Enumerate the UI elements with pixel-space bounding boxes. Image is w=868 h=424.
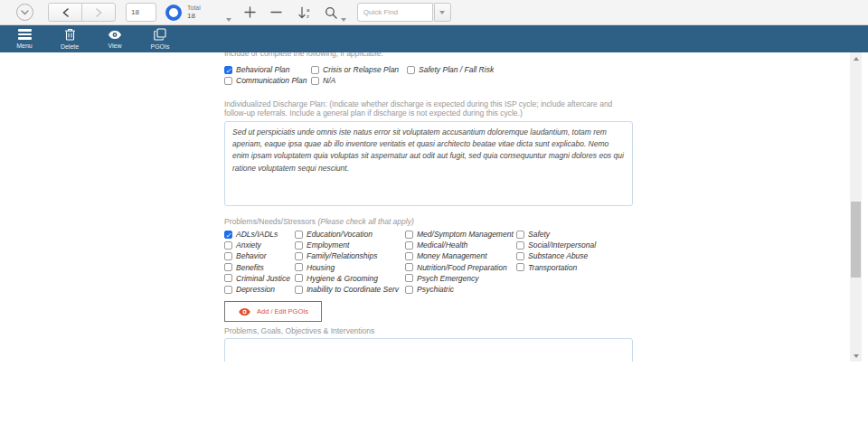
next-record-button[interactable] bbox=[81, 3, 116, 22]
checkbox-unchecked-icon[interactable] bbox=[224, 286, 232, 294]
checkbox-option-family-relationships[interactable]: Family/Relationships bbox=[295, 250, 405, 261]
checkbox-label: Employment bbox=[307, 240, 349, 250]
menubar-item-menu[interactable]: Menu bbox=[2, 25, 47, 52]
checkbox-unchecked-icon[interactable] bbox=[516, 263, 524, 271]
checkbox-unchecked-icon[interactable] bbox=[311, 66, 319, 74]
checkbox-unchecked-icon[interactable] bbox=[405, 231, 413, 239]
checkbox-option-transportation[interactable]: Transportation bbox=[516, 262, 633, 273]
checkbox-unchecked-icon[interactable] bbox=[295, 286, 303, 294]
menubar-item-delete[interactable]: Delete bbox=[47, 25, 92, 52]
scrollbar-thumb[interactable] bbox=[851, 202, 861, 278]
checkbox-label: Psych Emergency bbox=[417, 274, 479, 283]
chevron-left-icon bbox=[62, 8, 69, 17]
add-record-button[interactable] bbox=[244, 6, 256, 18]
checkbox-checked-icon[interactable]: ✓ bbox=[224, 231, 232, 239]
menubar-item-label: View bbox=[108, 42, 121, 49]
checkbox-option-housing[interactable]: Housing bbox=[295, 262, 405, 273]
checkbox-unchecked-icon[interactable] bbox=[224, 274, 232, 282]
checkbox-label: Family/Relationships bbox=[307, 251, 377, 260]
checkbox-label: Crisis or Relapse Plan bbox=[323, 65, 399, 74]
sort-button[interactable]: a z bbox=[297, 6, 312, 19]
checkbox-option-psychiatric[interactable]: Psychiatric bbox=[405, 284, 516, 295]
checkbox-option-nutrition-food-preparation[interactable]: Nutrition/Food Preparation bbox=[405, 262, 516, 273]
checkbox-unchecked-icon[interactable] bbox=[295, 274, 303, 282]
checkbox-unchecked-icon[interactable] bbox=[295, 263, 303, 271]
remove-record-button[interactable] bbox=[270, 6, 282, 18]
checkbox-option-med-symptom-management[interactable]: Med/Symptom Management bbox=[405, 229, 516, 240]
checkbox-label: Psychiatric bbox=[417, 285, 454, 294]
checkbox-unchecked-icon[interactable] bbox=[405, 286, 413, 294]
checkbox-label: Behavioral Plan bbox=[236, 65, 290, 74]
checkbox-option-n-a[interactable]: N/A bbox=[311, 75, 407, 86]
checkbox-unchecked-icon[interactable] bbox=[516, 231, 524, 239]
checkbox-option-behavior[interactable]: Behavior bbox=[224, 250, 295, 261]
checkbox-unchecked-icon[interactable] bbox=[295, 231, 303, 239]
checkbox-unchecked-icon[interactable] bbox=[405, 274, 413, 282]
checkbox-option-safety-plan-fall-risk[interactable]: Safety Plan / Fall Risk bbox=[407, 64, 633, 75]
checkbox-option-substance-abuse[interactable]: Substance Abuse bbox=[516, 250, 633, 261]
checkbox-option-depression[interactable]: Depression bbox=[224, 284, 295, 295]
checkbox-unchecked-icon[interactable] bbox=[311, 77, 319, 85]
checkbox-label: Criminal Justice bbox=[236, 274, 290, 283]
scroll-down-button[interactable] bbox=[850, 350, 862, 362]
triangle-up-icon bbox=[854, 57, 859, 61]
search-dropdown-caret-icon[interactable] bbox=[341, 18, 346, 22]
checkbox-unchecked-icon[interactable] bbox=[224, 241, 232, 250]
plus-icon bbox=[244, 6, 256, 18]
pgoi-section-label: Problems, Goals, Objectives & Interventi… bbox=[224, 326, 633, 335]
checkbox-option-psych-emergency[interactable]: Psych Emergency bbox=[405, 273, 516, 284]
menubar-item-pgois[interactable]: PGOIs bbox=[137, 25, 183, 52]
checkbox-label: Communication Plan bbox=[236, 76, 307, 85]
record-total-group[interactable]: Total 18 bbox=[165, 5, 201, 21]
checkbox-option-communication-plan[interactable]: Communication Plan bbox=[224, 75, 311, 86]
checkbox-option-safety[interactable]: Safety bbox=[516, 229, 633, 240]
checkbox-unchecked-icon[interactable] bbox=[224, 252, 232, 260]
menubar-item-label: Delete bbox=[61, 43, 79, 50]
add-edit-pgois-button[interactable]: Add / Edit PGOIs bbox=[224, 301, 322, 322]
vertical-scrollbar[interactable] bbox=[850, 52, 862, 362]
discharge-plan-textarea[interactable]: Sed ut perspiciatis unde omnis iste natu… bbox=[224, 121, 633, 206]
scroll-up-button[interactable] bbox=[850, 52, 862, 64]
checkbox-option-benefits[interactable]: Benefits bbox=[224, 262, 295, 273]
checkbox-option-adls-iadls[interactable]: ✓ADLs/IADLs bbox=[224, 229, 295, 240]
checkbox-unchecked-icon[interactable] bbox=[407, 66, 415, 74]
quick-find-input[interactable] bbox=[357, 3, 433, 22]
menubar-item-label: PGOIs bbox=[150, 43, 169, 50]
checkbox-option-employment[interactable]: Employment bbox=[295, 240, 405, 250]
checkbox-unchecked-icon[interactable] bbox=[405, 252, 413, 260]
checkbox-option-medical-health[interactable]: Medical/Health bbox=[405, 240, 516, 250]
menubar-item-view[interactable]: View bbox=[92, 25, 137, 52]
quick-find-dropdown-button[interactable] bbox=[434, 3, 451, 22]
checkbox-unchecked-icon[interactable] bbox=[405, 263, 413, 271]
total-dropdown-caret-icon[interactable] bbox=[226, 18, 231, 22]
collapse-toolbar-button[interactable] bbox=[16, 4, 33, 21]
checkbox-label: Inability to Coordinate Serv bbox=[307, 285, 399, 294]
checkbox-option-money-management[interactable]: Money Management bbox=[405, 250, 516, 261]
checkbox-option-education-vocation[interactable]: Education/Vocation bbox=[295, 229, 405, 240]
checkbox-unchecked-icon[interactable] bbox=[516, 241, 524, 250]
checkbox-label: ADLs/IADLs bbox=[236, 230, 278, 239]
checkbox-unchecked-icon[interactable] bbox=[405, 241, 413, 250]
checkbox-option-behavioral-plan[interactable]: ✓Behavioral Plan bbox=[224, 64, 311, 75]
chevron-right-icon bbox=[96, 8, 102, 17]
checkbox-option-anxiety[interactable]: Anxiety bbox=[224, 240, 295, 250]
checkbox-checked-icon[interactable]: ✓ bbox=[224, 66, 232, 74]
checkbox-label: Anxiety bbox=[236, 240, 261, 250]
checkbox-unchecked-icon[interactable] bbox=[295, 252, 303, 260]
checkbox-unchecked-icon[interactable] bbox=[224, 77, 232, 85]
pgoi-textarea[interactable] bbox=[224, 338, 633, 362]
previous-record-button[interactable] bbox=[48, 3, 82, 22]
copies-icon bbox=[154, 28, 166, 41]
record-nav-group bbox=[48, 3, 116, 22]
checkbox-option-inability-to-coordinate-serv[interactable]: Inability to Coordinate Serv bbox=[295, 284, 405, 295]
search-button[interactable] bbox=[325, 6, 337, 19]
checkbox-option-criminal-justice[interactable]: Criminal Justice bbox=[224, 273, 295, 284]
checkbox-option-crisis-or-relapse-plan[interactable]: Crisis or Relapse Plan bbox=[311, 64, 407, 75]
checkbox-unchecked-icon[interactable] bbox=[516, 252, 524, 260]
checkbox-label: N/A bbox=[323, 76, 335, 85]
checkbox-unchecked-icon[interactable] bbox=[295, 241, 303, 250]
checkbox-option-hygiene-grooming[interactable]: Hygiene & Grooming bbox=[295, 273, 405, 284]
record-number-input[interactable] bbox=[126, 3, 156, 22]
checkbox-unchecked-icon[interactable] bbox=[224, 263, 232, 271]
checkbox-option-social-interpersonal[interactable]: Social/Interpersonal bbox=[516, 240, 633, 250]
